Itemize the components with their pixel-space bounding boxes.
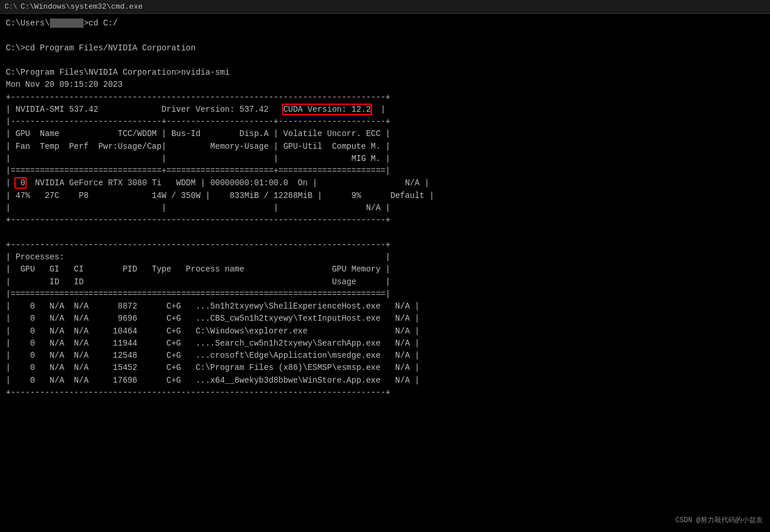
title-bar-text: C:\Windows\system32\cmd.exe (21, 2, 143, 11)
cmd-lines: C:\Users\XXXXXXX>cd C:/ C:\>cd Program F… (6, 17, 764, 399)
terminal: C:\Users\XXXXXXX>cd C:/ C:\>cd Program F… (0, 14, 770, 530)
cmd-icon: C:\ (5, 3, 17, 11)
terminal-content: C:\Users\XXXXXXX>cd C:/ C:\>cd Program F… (6, 17, 764, 399)
title-bar: C:\ C:\Windows\system32\cmd.exe (0, 0, 770, 14)
watermark: CSDN @努力敲代码的小盆友 (676, 515, 763, 525)
